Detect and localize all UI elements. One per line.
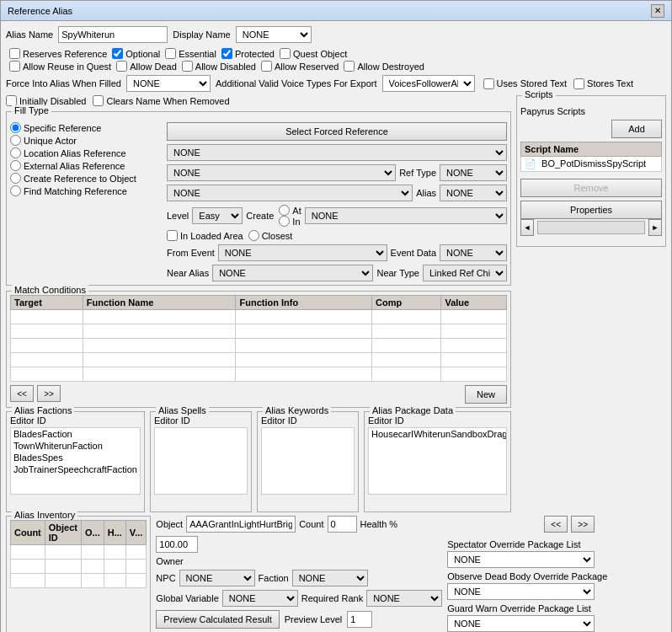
scripts-table: Script Name 📄 BO_PotDismissSpyScript (520, 142, 662, 172)
alias-name-input[interactable] (58, 26, 168, 43)
list-item[interactable]: TownWhiterunFaction (11, 440, 140, 452)
npc-label: NPC (156, 573, 175, 583)
in-loaded-area-checkbox[interactable] (167, 230, 178, 241)
conditions-next-button[interactable]: >> (37, 385, 61, 402)
remove-script-button[interactable]: Remove (520, 179, 662, 197)
conditions-table: Target Function Name Function Info Comp … (10, 295, 507, 382)
create-label: Create (246, 211, 274, 221)
alias-inventory-box: Alias Inventory Count Object ID O... H..… (6, 516, 151, 632)
inventory-table: Count Object ID O... H... V... (10, 520, 147, 588)
health-pct-label: Health % (360, 519, 398, 529)
create-at-radio[interactable] (279, 205, 290, 216)
spells-list[interactable] (154, 427, 248, 495)
fill-type-box: Fill Type Specific Reference Unique Acto… (6, 111, 511, 286)
keywords-list[interactable] (261, 427, 355, 495)
select-forced-ref-button[interactable]: Select Forced Reference (167, 122, 507, 141)
inv-col-o: O... (82, 521, 104, 545)
list-item[interactable]: BladesSpes (11, 452, 140, 463)
clears-name-checkbox[interactable] (93, 95, 104, 106)
owner-label: Owner (156, 556, 183, 566)
scripts-scroll-right[interactable]: ► (648, 219, 662, 236)
display-name-select[interactable]: NONE (236, 26, 312, 43)
object-label: Object (156, 519, 183, 529)
faction-dropdown[interactable]: NONE (292, 570, 368, 586)
required-rank-dropdown[interactable]: NONE (366, 590, 442, 607)
reserves-ref-checkbox[interactable] (9, 48, 20, 59)
in-loaded-area-label: In Loaded Area (180, 231, 243, 241)
col-target: Target (11, 296, 83, 310)
conditions-prev-button[interactable]: << (10, 385, 34, 402)
list-item[interactable]: JobTrainerSpeechcraftFaction (11, 463, 140, 475)
essential-label: Essential (179, 49, 216, 59)
preview-level-input[interactable] (347, 611, 372, 628)
uses-stored-text-checkbox[interactable] (483, 78, 494, 89)
allow-destroyed-checkbox[interactable] (344, 61, 355, 72)
preview-calculated-button[interactable]: Preview Calculated Result (156, 610, 279, 629)
alias-dropdown[interactable]: NONE (440, 185, 507, 201)
create-location-dropdown[interactable]: NONE (305, 207, 507, 224)
reference-alias-dialog: Reference Alias ✕ Alias Name Display Nam… (0, 0, 672, 632)
near-type-dropdown[interactable]: Linked Ref Child (423, 265, 507, 281)
closest-radio[interactable] (248, 230, 259, 241)
external-alias-ref-radio[interactable] (10, 160, 21, 171)
allow-reuse-checkbox-row: Allow Reuse in Quest (9, 61, 111, 72)
location-alias-ref-radio[interactable] (10, 147, 21, 158)
allow-disabled-label: Allow Disabled (195, 62, 256, 72)
find-matching-ref-radio[interactable] (10, 185, 21, 196)
match-conditions-box: Match Conditions Target Function Name Fu… (6, 291, 511, 408)
location-alias-dropdown[interactable]: NONE (167, 164, 396, 181)
add-script-button[interactable]: Add (611, 120, 662, 138)
properties-button[interactable]: Properties (520, 201, 662, 219)
allow-dead-checkbox[interactable] (116, 61, 127, 72)
clears-name-row: Clears Name When Removed (93, 95, 229, 106)
npc-dropdown[interactable]: NONE (179, 570, 255, 586)
list-item[interactable]: HousecarIWhiterunSandboxDragonsreach (369, 428, 506, 440)
factions-list[interactable]: BladesFaction TownWhiterunFaction Blades… (10, 427, 141, 495)
allow-reserved-checkbox[interactable] (261, 61, 272, 72)
create-ref-obj-radio[interactable] (10, 173, 21, 184)
create-at-label: At (292, 206, 301, 216)
table-row (11, 560, 147, 574)
additional-voice-select[interactable]: VoicesFollowerAll (382, 75, 475, 92)
external-alias-dropdown[interactable]: NONE (167, 185, 413, 201)
new-condition-button[interactable]: New (465, 385, 507, 404)
quest-object-checkbox[interactable] (280, 48, 291, 59)
table-row[interactable]: 📄 BO_PotDismissSpyScript (521, 157, 662, 172)
specific-ref-radio[interactable] (10, 122, 21, 133)
health-pct-input[interactable] (156, 536, 198, 553)
force-alias-select[interactable]: NONE (126, 75, 211, 92)
from-event-dropdown[interactable]: NONE (218, 244, 387, 261)
level-select[interactable]: Easy Medium Hard (192, 207, 243, 224)
inv-col-object-id: Object ID (45, 521, 81, 545)
stores-text-label: Stores Text (587, 78, 633, 88)
scripts-scrollbar[interactable] (537, 221, 645, 234)
package-data-list[interactable]: HousecarIWhiterunSandboxDragonsreach (368, 427, 507, 495)
close-button[interactable]: ✕ (651, 4, 664, 18)
count-input[interactable] (328, 516, 357, 533)
find-matching-ref-label: Find Matching Reference (24, 186, 127, 196)
unique-actor-dropdown[interactable]: NONE (167, 144, 507, 161)
optional-checkbox[interactable] (112, 48, 123, 59)
unique-actor-label: Unique Actor (24, 136, 77, 146)
allow-reuse-checkbox[interactable] (9, 61, 20, 72)
table-row (11, 367, 507, 382)
alias-keywords-title: Alias Keywords (263, 405, 331, 415)
list-item[interactable]: BladesFaction (11, 428, 140, 440)
near-alias-dropdown[interactable]: NONE (212, 265, 373, 281)
object-input[interactable] (186, 516, 296, 533)
essential-checkbox[interactable] (165, 48, 176, 59)
keywords-editor-id-label: Editor ID (261, 415, 355, 426)
specific-ref-row: Specific Reference (10, 122, 162, 133)
create-in-radio[interactable] (279, 216, 290, 227)
stores-text-checkbox[interactable] (573, 78, 584, 89)
event-data-dropdown[interactable]: NONE (440, 244, 507, 261)
allow-disabled-checkbox[interactable] (182, 61, 193, 72)
papyrus-scripts-title: Papyrus Scripts (520, 106, 662, 116)
unique-actor-radio[interactable] (10, 135, 21, 146)
protected-checkbox[interactable] (221, 48, 232, 59)
allow-destroyed-checkbox-row: Allow Destroyed (344, 61, 424, 72)
ref-type-dropdown[interactable]: NONE (440, 164, 507, 181)
scripts-scroll-left[interactable]: ◄ (520, 219, 534, 236)
global-variable-dropdown[interactable]: NONE (222, 590, 298, 607)
allow-destroyed-label: Allow Destroyed (357, 62, 424, 72)
